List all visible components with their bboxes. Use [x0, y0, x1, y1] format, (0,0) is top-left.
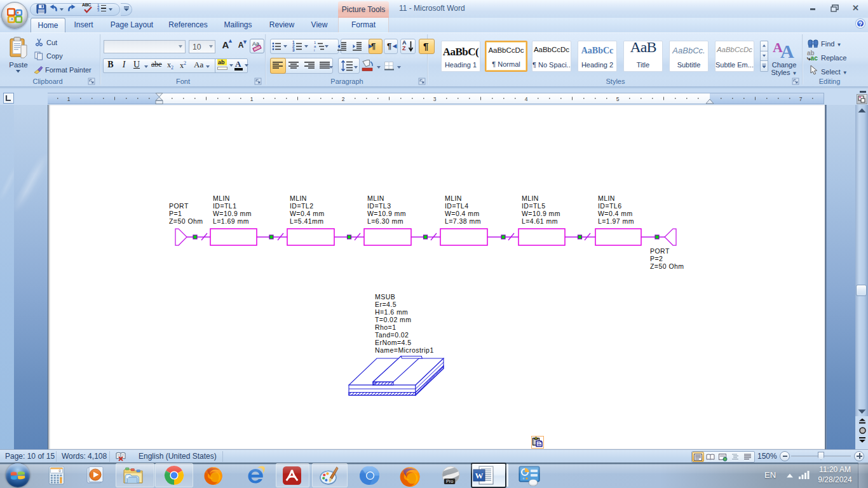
svg-text:ID=TL1: ID=TL1: [213, 202, 236, 210]
svg-text:MSUB: MSUB: [375, 293, 395, 301]
svg-text:MLIN: MLIN: [522, 194, 539, 202]
svg-text:MLIN: MLIN: [445, 194, 462, 202]
svg-text:0: 0: [59, 469, 61, 473]
svg-text:ID=TL3: ID=TL3: [367, 202, 391, 210]
svg-text:MLIN: MLIN: [367, 194, 384, 202]
svg-text:A: A: [780, 41, 794, 60]
svg-text:T=0.02 mm: T=0.02 mm: [375, 316, 411, 323]
svg-text:1: 1: [250, 96, 254, 102]
svg-text:P=2: P=2: [650, 255, 663, 262]
svg-text:1: 1: [67, 96, 71, 102]
svg-text:PORT: PORT: [169, 202, 189, 210]
svg-text:2: 2: [342, 96, 345, 102]
svg-text:Tand=0.02: Tand=0.02: [375, 331, 409, 339]
svg-text:7: 7: [799, 96, 803, 102]
svg-text:L=6.30 mm: L=6.30 mm: [367, 217, 403, 225]
svg-text:W=10.9 mm: W=10.9 mm: [522, 210, 560, 217]
svg-text:4: 4: [525, 96, 528, 102]
svg-text:MLIN: MLIN: [290, 194, 307, 202]
svg-text:ID=TL2: ID=TL2: [290, 202, 313, 210]
svg-text:Z=50 Ohm: Z=50 Ohm: [650, 262, 684, 270]
svg-text:W=0.4 mm: W=0.4 mm: [290, 210, 325, 217]
svg-text:5: 5: [616, 96, 620, 102]
svg-text:MLIN: MLIN: [598, 194, 615, 202]
svg-text:ID=TL5: ID=TL5: [522, 202, 545, 210]
svg-text:W=10.9 mm: W=10.9 mm: [213, 210, 252, 217]
svg-text:L=1.97 mm: L=1.97 mm: [598, 217, 634, 225]
svg-text:Rho=1: Rho=1: [375, 323, 396, 331]
svg-text:L=5.41mm: L=5.41mm: [290, 217, 324, 225]
svg-text:3: 3: [433, 96, 437, 102]
svg-text:Z=50 Ohm: Z=50 Ohm: [169, 217, 203, 225]
svg-text:Pro: Pro: [446, 478, 453, 484]
svg-text:W: W: [475, 471, 484, 480]
svg-text:MLIN: MLIN: [213, 194, 230, 202]
svg-text:L=1.69 mm: L=1.69 mm: [213, 217, 249, 225]
svg-text:Er=4.5: Er=4.5: [375, 301, 397, 308]
svg-text:W=0.4 mm: W=0.4 mm: [445, 210, 480, 217]
svg-text:W=0.4 mm: W=0.4 mm: [598, 210, 633, 217]
svg-text:ID=TL6: ID=TL6: [598, 202, 621, 210]
svg-text:P=1: P=1: [169, 210, 182, 217]
svg-text:PORT: PORT: [650, 247, 670, 255]
svg-text:ID=TL4: ID=TL4: [445, 202, 468, 210]
svg-text:L=4.61 mm: L=4.61 mm: [522, 217, 558, 225]
svg-text:H=1.6 mm: H=1.6 mm: [375, 308, 408, 316]
svg-text:ErNom=4.5: ErNom=4.5: [375, 339, 411, 346]
svg-text:W=10.9 mm: W=10.9 mm: [367, 210, 406, 217]
svg-text:Name=Microstrip1: Name=Microstrip1: [375, 346, 434, 354]
svg-text:L=7.38 mm: L=7.38 mm: [445, 217, 481, 225]
